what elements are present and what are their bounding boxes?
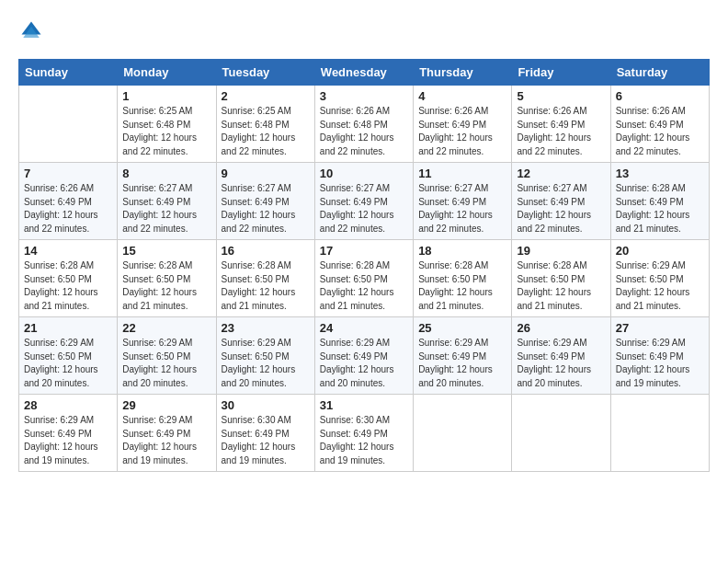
day-number: 10 — [320, 167, 408, 180]
day-detail: Sunrise: 6:26 AM Sunset: 6:49 PM Dayligh… — [418, 105, 506, 158]
day-number: 14 — [24, 244, 112, 258]
day-number: 13 — [616, 167, 704, 180]
calendar-cell: 23Sunrise: 6:29 AM Sunset: 6:50 PM Dayli… — [216, 317, 314, 395]
day-detail: Sunrise: 6:29 AM Sunset: 6:49 PM Dayligh… — [320, 337, 408, 390]
column-header-friday: Friday — [512, 60, 610, 86]
calendar-cell: 29Sunrise: 6:29 AM Sunset: 6:49 PM Dayli… — [118, 395, 216, 472]
calendar-cell: 25Sunrise: 6:29 AM Sunset: 6:49 PM Dayli… — [414, 317, 512, 395]
calendar-body: 1Sunrise: 6:25 AM Sunset: 6:48 PM Daylig… — [19, 86, 710, 472]
column-header-sunday: Sunday — [19, 60, 118, 86]
day-detail: Sunrise: 6:26 AM Sunset: 6:49 PM Dayligh… — [24, 182, 112, 236]
day-detail: Sunrise: 6:28 AM Sunset: 6:50 PM Dayligh… — [418, 259, 506, 313]
day-detail: Sunrise: 6:28 AM Sunset: 6:50 PM Dayligh… — [24, 259, 112, 313]
calendar-cell — [414, 395, 512, 472]
calendar-week-row: 28Sunrise: 6:29 AM Sunset: 6:49 PM Dayli… — [19, 395, 710, 472]
day-number: 1 — [122, 89, 210, 103]
column-header-tuesday: Tuesday — [216, 60, 314, 86]
calendar-cell — [19, 86, 118, 163]
day-detail: Sunrise: 6:26 AM Sunset: 6:49 PM Dayligh… — [616, 105, 704, 158]
day-number: 8 — [122, 167, 210, 180]
day-number: 24 — [320, 321, 408, 335]
day-detail: Sunrise: 6:29 AM Sunset: 6:50 PM Dayligh… — [24, 337, 112, 390]
day-number: 20 — [616, 244, 704, 258]
day-detail: Sunrise: 6:25 AM Sunset: 6:48 PM Dayligh… — [222, 105, 310, 158]
day-detail: Sunrise: 6:29 AM Sunset: 6:50 PM Dayligh… — [122, 337, 210, 390]
day-detail: Sunrise: 6:28 AM Sunset: 6:50 PM Dayligh… — [517, 259, 605, 313]
calendar-cell: 4Sunrise: 6:26 AM Sunset: 6:49 PM Daylig… — [414, 86, 512, 163]
day-number: 22 — [122, 321, 210, 335]
calendar-cell: 14Sunrise: 6:28 AM Sunset: 6:50 PM Dayli… — [19, 240, 118, 317]
day-detail: Sunrise: 6:29 AM Sunset: 6:50 PM Dayligh… — [222, 337, 310, 390]
calendar-header-row: SundayMondayTuesdayWednesdayThursdayFrid… — [19, 60, 710, 86]
day-detail: Sunrise: 6:28 AM Sunset: 6:50 PM Dayligh… — [320, 259, 408, 313]
day-number: 21 — [24, 321, 112, 335]
calendar-cell: 21Sunrise: 6:29 AM Sunset: 6:50 PM Dayli… — [19, 317, 118, 395]
day-detail: Sunrise: 6:27 AM Sunset: 6:49 PM Dayligh… — [418, 182, 506, 236]
calendar-cell: 10Sunrise: 6:27 AM Sunset: 6:49 PM Dayli… — [314, 163, 413, 240]
day-number: 29 — [122, 398, 210, 412]
day-detail: Sunrise: 6:28 AM Sunset: 6:49 PM Dayligh… — [616, 182, 704, 236]
calendar-cell: 1Sunrise: 6:25 AM Sunset: 6:48 PM Daylig… — [118, 86, 216, 163]
calendar-cell: 5Sunrise: 6:26 AM Sunset: 6:49 PM Daylig… — [512, 86, 610, 163]
day-number: 3 — [320, 89, 408, 103]
day-number: 7 — [24, 167, 112, 180]
day-detail: Sunrise: 6:29 AM Sunset: 6:49 PM Dayligh… — [418, 337, 506, 390]
day-detail: Sunrise: 6:29 AM Sunset: 6:49 PM Dayligh… — [616, 337, 704, 390]
calendar-cell: 19Sunrise: 6:28 AM Sunset: 6:50 PM Dayli… — [512, 240, 610, 317]
page-header — [18, 18, 710, 44]
calendar-week-row: 14Sunrise: 6:28 AM Sunset: 6:50 PM Dayli… — [19, 240, 710, 317]
calendar-cell: 2Sunrise: 6:25 AM Sunset: 6:48 PM Daylig… — [216, 86, 314, 163]
day-number: 15 — [122, 244, 210, 258]
day-number: 31 — [320, 398, 408, 412]
calendar-cell: 20Sunrise: 6:29 AM Sunset: 6:50 PM Dayli… — [610, 240, 709, 317]
calendar-cell: 31Sunrise: 6:30 AM Sunset: 6:49 PM Dayli… — [314, 395, 413, 472]
day-detail: Sunrise: 6:27 AM Sunset: 6:49 PM Dayligh… — [122, 182, 210, 236]
day-number: 18 — [418, 244, 506, 258]
day-number: 4 — [418, 89, 506, 103]
day-number: 23 — [222, 321, 310, 335]
day-number: 16 — [222, 244, 310, 258]
day-number: 26 — [517, 321, 605, 335]
column-header-wednesday: Wednesday — [314, 60, 413, 86]
day-number: 2 — [222, 89, 310, 103]
calendar-cell: 30Sunrise: 6:30 AM Sunset: 6:49 PM Dayli… — [216, 395, 314, 472]
calendar-cell: 24Sunrise: 6:29 AM Sunset: 6:49 PM Dayli… — [314, 317, 413, 395]
calendar-cell: 17Sunrise: 6:28 AM Sunset: 6:50 PM Dayli… — [314, 240, 413, 317]
calendar-cell: 28Sunrise: 6:29 AM Sunset: 6:49 PM Dayli… — [19, 395, 118, 472]
day-detail: Sunrise: 6:30 AM Sunset: 6:49 PM Dayligh… — [222, 414, 310, 467]
day-number: 9 — [222, 167, 310, 180]
calendar-cell: 22Sunrise: 6:29 AM Sunset: 6:50 PM Dayli… — [118, 317, 216, 395]
calendar-cell: 8Sunrise: 6:27 AM Sunset: 6:49 PM Daylig… — [118, 163, 216, 240]
calendar-table: SundayMondayTuesdayWednesdayThursdayFrid… — [18, 59, 710, 472]
day-number: 11 — [418, 167, 506, 180]
day-number: 19 — [517, 244, 605, 258]
calendar-cell: 15Sunrise: 6:28 AM Sunset: 6:50 PM Dayli… — [118, 240, 216, 317]
column-header-saturday: Saturday — [610, 60, 709, 86]
calendar-week-row: 1Sunrise: 6:25 AM Sunset: 6:48 PM Daylig… — [19, 86, 710, 163]
day-detail: Sunrise: 6:28 AM Sunset: 6:50 PM Dayligh… — [122, 259, 210, 313]
calendar-cell: 16Sunrise: 6:28 AM Sunset: 6:50 PM Dayli… — [216, 240, 314, 317]
day-number: 27 — [616, 321, 704, 335]
day-number: 6 — [616, 89, 704, 103]
calendar-cell: 11Sunrise: 6:27 AM Sunset: 6:49 PM Dayli… — [414, 163, 512, 240]
calendar-cell: 9Sunrise: 6:27 AM Sunset: 6:49 PM Daylig… — [216, 163, 314, 240]
day-detail: Sunrise: 6:25 AM Sunset: 6:48 PM Dayligh… — [122, 105, 210, 158]
logo-icon — [18, 18, 44, 44]
calendar-cell: 18Sunrise: 6:28 AM Sunset: 6:50 PM Dayli… — [414, 240, 512, 317]
calendar-cell: 27Sunrise: 6:29 AM Sunset: 6:49 PM Dayli… — [610, 317, 709, 395]
day-number: 25 — [418, 321, 506, 335]
day-detail: Sunrise: 6:29 AM Sunset: 6:50 PM Dayligh… — [616, 259, 704, 313]
day-number: 17 — [320, 244, 408, 258]
day-number: 12 — [517, 167, 605, 180]
column-header-monday: Monday — [118, 60, 216, 86]
calendar-cell: 6Sunrise: 6:26 AM Sunset: 6:49 PM Daylig… — [610, 86, 709, 163]
calendar-cell: 7Sunrise: 6:26 AM Sunset: 6:49 PM Daylig… — [19, 163, 118, 240]
calendar-header: SundayMondayTuesdayWednesdayThursdayFrid… — [19, 60, 710, 86]
calendar-cell: 13Sunrise: 6:28 AM Sunset: 6:49 PM Dayli… — [610, 163, 709, 240]
calendar-cell — [512, 395, 610, 472]
day-detail: Sunrise: 6:29 AM Sunset: 6:49 PM Dayligh… — [24, 414, 112, 467]
day-detail: Sunrise: 6:27 AM Sunset: 6:49 PM Dayligh… — [222, 182, 310, 236]
day-detail: Sunrise: 6:29 AM Sunset: 6:49 PM Dayligh… — [517, 337, 605, 390]
calendar-cell: 12Sunrise: 6:27 AM Sunset: 6:49 PM Dayli… — [512, 163, 610, 240]
calendar-cell — [610, 395, 709, 472]
